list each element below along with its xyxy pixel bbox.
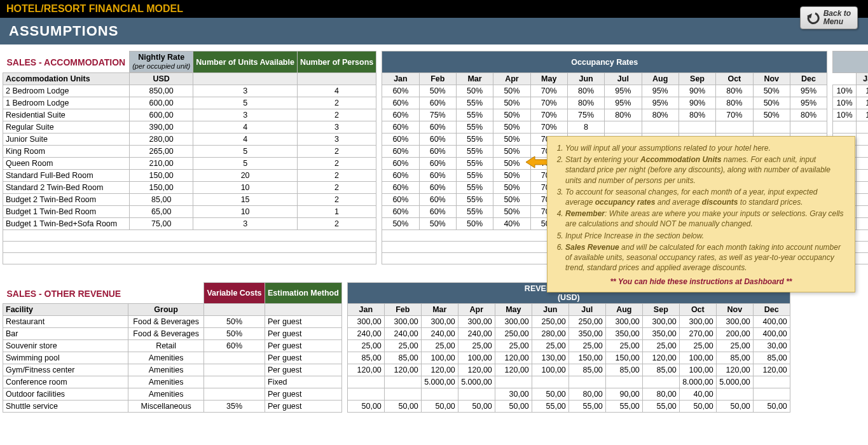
- month-header: Dec: [753, 304, 790, 316]
- month-header: Sep: [679, 73, 715, 85]
- hdr-accom-units: Accommodation Units: [3, 73, 130, 85]
- table-row: Souvenir storeRetail60%Per guest25,0025,…: [3, 340, 790, 352]
- table-row: Shuttle serviceMiscellaneous35%Per guest…: [3, 400, 790, 413]
- month-header: Dec: [790, 73, 827, 85]
- section-title-other-revenue: SALES - OTHER REVENUE: [3, 283, 204, 304]
- title-bar: HOTEL/RESORT FINANCIAL MODEL: [0, 0, 868, 18]
- page-subtitle: ASSUMPTIONS: [0, 18, 868, 44]
- month-header: Nov: [753, 73, 790, 85]
- hdr-occupancy-rates: Occupancy Rates: [382, 51, 827, 73]
- instructions-box: You will input all your assumptions rela…: [547, 136, 855, 292]
- back-to-menu-button[interactable]: Back to Menu: [800, 6, 858, 29]
- table-row: BarFood & Beverages50%Per guest240,00240…: [3, 328, 790, 340]
- instructions-footer: ** You can hide these instructions at Da…: [555, 277, 847, 287]
- hdr-units-avail: Number of Units Available: [193, 51, 298, 73]
- month-header: Jun: [532, 304, 568, 316]
- instruction-item: Input Price Increase in the section belo…: [565, 231, 847, 241]
- hdr-group: Group: [128, 304, 204, 316]
- month-header: Jun: [567, 73, 604, 85]
- instruction-item: You will input all your assumptions rela…: [565, 143, 847, 153]
- table-row: 1 Bedroom Lodge600,005260%60%55%50%70%80…: [3, 97, 869, 109]
- month-header: May: [530, 73, 567, 85]
- month-header: Aug: [642, 73, 679, 85]
- month-header: Jul: [605, 73, 642, 85]
- hdr-facility: Facility: [3, 304, 128, 316]
- table-row: Gym/Fitness centerAmenitiesPer guest120,…: [3, 364, 790, 376]
- month-header: Nov: [716, 304, 753, 316]
- table-row: 2 Bedroom Lodge850,003460%50%50%50%70%80…: [3, 85, 869, 97]
- hdr-variable-costs: Variable Costs: [204, 283, 265, 304]
- other-revenue-table: SALES - OTHER REVENUE Variable Costs Est…: [3, 282, 790, 413]
- month-header: Jan: [347, 304, 384, 316]
- month-header: Feb: [384, 304, 421, 316]
- month-header: Oct: [679, 304, 716, 316]
- back-line2: Menu: [823, 17, 843, 26]
- month-header: Aug: [605, 304, 642, 316]
- hdr-usd: USD: [130, 73, 193, 85]
- instruction-item: Sales Revenue and will be calculated for…: [565, 242, 847, 273]
- table-row: Residential Suite600,003260%75%55%50%70%…: [3, 109, 869, 121]
- month-header: Sep: [642, 304, 679, 316]
- instruction-item: Remember: White areas are where you make…: [565, 209, 847, 229]
- hdr-extra-period: [833, 51, 868, 73]
- month-header: Mar: [421, 304, 458, 316]
- instruction-item: To account for seasonal changes, for eac…: [565, 187, 847, 207]
- table-row: Conference roomAmenitiesFixed5.000,005.0…: [3, 376, 790, 388]
- month-header: Feb: [419, 73, 456, 85]
- table-row: Outdoor facilitiesAmenitiesPer guest30,0…: [3, 388, 790, 400]
- month-header: Jan: [382, 73, 419, 85]
- hdr-nightly-rate: Nightly Rate(per occupied unit): [130, 51, 193, 72]
- svg-marker-1: [526, 156, 548, 168]
- app-title: HOTEL/RESORT FINANCIAL MODEL: [6, 3, 183, 15]
- hdr-persons: Number of Persons: [297, 51, 376, 73]
- back-line1: Back to: [823, 9, 851, 18]
- month-header: Mar: [456, 73, 493, 85]
- month-header: May: [495, 304, 532, 316]
- section-title-accommodation: SALES - ACCOMMODATION: [3, 51, 130, 73]
- table-row: RestaurantFood & Beverages50%Per guest30…: [3, 316, 790, 328]
- month-header: Oct: [716, 73, 753, 85]
- month-header: Apr: [458, 304, 495, 316]
- instruction-item: Start by entering your Accommodation Uni…: [565, 154, 847, 186]
- callout-arrow-icon: [526, 155, 548, 171]
- hdr-estimation-method: Estimation Method: [265, 283, 342, 304]
- table-row: Swimming poolAmenitiesPer guest85,0085,0…: [3, 352, 790, 364]
- month-header: Jul: [568, 304, 605, 316]
- table-row: Regular Suite390,004360%60%55%50%70%8: [3, 121, 869, 134]
- month-header: Apr: [493, 73, 530, 85]
